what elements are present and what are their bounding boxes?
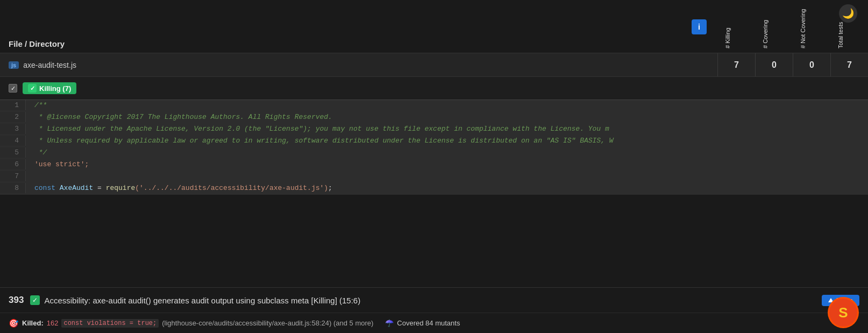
status-main: 393 ✓ Accessibility: axe-audit audit() g… xyxy=(0,288,868,313)
code-line: 7 xyxy=(0,171,868,183)
column-headers: # Killing # Covering # Not Covering Tota… xyxy=(709,5,859,48)
file-name: axe-audit-test.js xyxy=(23,61,717,69)
killing-badge-label: Killing (7) xyxy=(39,84,71,93)
col-header-covering: # Covering xyxy=(746,5,784,48)
stat-killing: 7 xyxy=(717,53,755,76)
code-line: 2 * @license Copyright 2017 The Lighthou… xyxy=(0,112,868,124)
file-row[interactable]: js axe-audit-test.js 7 0 0 7 xyxy=(0,53,868,77)
line-number: 8 xyxy=(0,183,26,193)
status-detail: 🎯 Killed: 162 const violations = true; (… xyxy=(0,313,868,333)
code-line: 5 */ xyxy=(0,147,868,159)
code-area: 1/**2 * @license Copyright 2017 The Ligh… xyxy=(0,100,868,195)
status-bar: 393 ✓ Accessibility: axe-audit audit() g… xyxy=(0,287,868,333)
code-inline: const violations = true; xyxy=(61,319,159,328)
header-row: File / Directory i # Killing # Covering … xyxy=(0,0,868,53)
target-icon: 🎯 xyxy=(9,318,19,328)
line-content: 'use strict'; xyxy=(26,159,89,169)
line-number: 4 xyxy=(0,136,26,146)
avatar[interactable]: S xyxy=(829,299,857,327)
avatar-letter: S xyxy=(838,304,848,321)
line-number: 6 xyxy=(0,159,26,169)
js-badge: js xyxy=(9,61,19,69)
mutant-id: 393 xyxy=(9,295,24,306)
col-header-notcovering: # Not Covering xyxy=(784,5,822,48)
killed-num: 162 xyxy=(47,319,59,327)
line-content: */ xyxy=(26,147,47,158)
line-content: * Licensed under the Apache License, Ver… xyxy=(26,124,609,134)
stat-total: 7 xyxy=(830,53,868,76)
triangle-up-icon xyxy=(828,298,834,302)
col-header-killing: # Killing xyxy=(709,5,746,48)
stat-covering: 0 xyxy=(755,53,793,76)
line-number: 2 xyxy=(0,112,26,122)
badge-check-icon: ✓ xyxy=(28,84,37,93)
code-lines: 1/**2 * @license Copyright 2017 The Ligh… xyxy=(0,100,868,195)
umbrella-icon: ☂️ xyxy=(385,319,394,327)
line-content: * @license Copyright 2017 The Lighthouse… xyxy=(26,112,332,122)
header-right: i # Killing # Covering # Not Covering To… xyxy=(692,5,859,48)
mutant-description: Accessibility: axe-audit audit() generat… xyxy=(44,296,817,305)
code-line: 3 * Licensed under the Apache License, V… xyxy=(0,124,868,136)
line-content: * Unless required by applicable law or a… xyxy=(26,136,614,146)
location-text: (lighthouse-core/audits/accessibility/ax… xyxy=(162,319,373,327)
killed-label: Killed: xyxy=(22,319,44,327)
line-number: 7 xyxy=(0,171,26,181)
killing-badge[interactable]: ✓ Killing (7) xyxy=(23,82,76,94)
code-line: 6'use strict'; xyxy=(0,159,868,171)
line-number: 3 xyxy=(0,124,26,134)
line-content: /** xyxy=(26,100,47,110)
mutant-status-icon: ✓ xyxy=(30,295,40,305)
line-number: 5 xyxy=(0,147,26,158)
covered-label: Covered 84 mutants xyxy=(397,319,460,327)
moon-icon[interactable]: 🌙 xyxy=(839,4,857,23)
line-content xyxy=(26,171,34,173)
page-title: File / Directory xyxy=(9,39,692,48)
stat-notcovering: 0 xyxy=(793,53,830,76)
info-icon[interactable]: i xyxy=(692,19,707,34)
filter-row: ✓ ✓ Killing (7) xyxy=(0,77,868,100)
code-line: 4 * Unless required by applicable law or… xyxy=(0,136,868,147)
line-number: 1 xyxy=(0,100,26,110)
filter-checkbox[interactable]: ✓ xyxy=(9,84,17,93)
code-line: 8const AxeAudit = require('../../../audi… xyxy=(0,183,868,195)
line-content: const AxeAudit = require('../../../audit… xyxy=(26,183,332,193)
code-line: 1/** xyxy=(0,100,868,112)
